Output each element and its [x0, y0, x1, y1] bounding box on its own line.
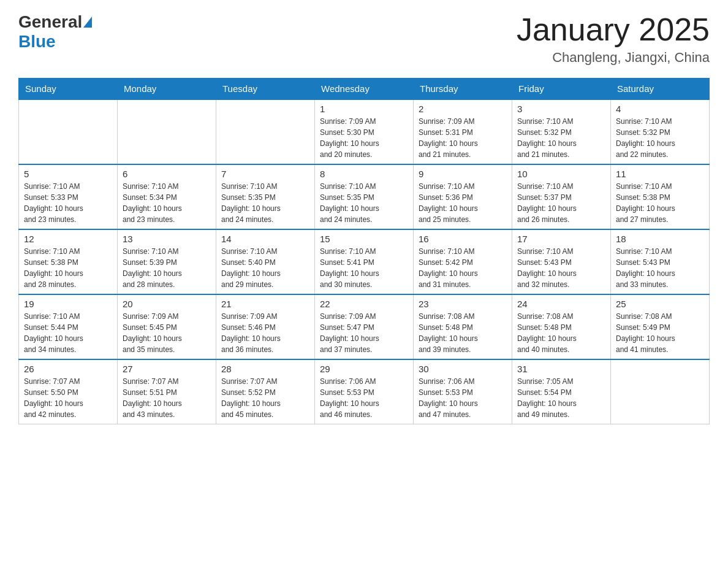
day-number: 6: [123, 169, 211, 179]
calendar-day-header: Tuesday: [216, 79, 315, 100]
day-number: 23: [419, 299, 507, 309]
day-number: 15: [320, 234, 408, 244]
day-number: 13: [123, 234, 211, 244]
day-info: Sunrise: 7:07 AMSunset: 5:51 PMDaylight:…: [123, 376, 211, 420]
calendar-week-row: 1Sunrise: 7:09 AMSunset: 5:30 PMDaylight…: [19, 99, 710, 164]
day-number: 27: [123, 364, 211, 374]
day-info: Sunrise: 7:10 AMSunset: 5:38 PMDaylight:…: [616, 181, 704, 225]
calendar-day-cell: 27Sunrise: 7:07 AMSunset: 5:51 PMDayligh…: [118, 359, 216, 424]
day-info: Sunrise: 7:10 AMSunset: 5:34 PMDaylight:…: [123, 181, 211, 225]
day-number: 8: [320, 169, 408, 179]
calendar-day-cell: 21Sunrise: 7:09 AMSunset: 5:46 PMDayligh…: [216, 294, 315, 359]
calendar-week-row: 26Sunrise: 7:07 AMSunset: 5:50 PMDayligh…: [19, 359, 710, 424]
day-info: Sunrise: 7:09 AMSunset: 5:46 PMDaylight:…: [221, 311, 309, 355]
calendar-day-header: Saturday: [611, 79, 710, 100]
calendar-day-cell: 30Sunrise: 7:06 AMSunset: 5:53 PMDayligh…: [414, 359, 512, 424]
calendar-day-header: Wednesday: [315, 79, 414, 100]
calendar-day-cell: 14Sunrise: 7:10 AMSunset: 5:40 PMDayligh…: [216, 229, 315, 294]
calendar-day-cell: 18Sunrise: 7:10 AMSunset: 5:43 PMDayligh…: [611, 229, 710, 294]
day-number: 25: [616, 299, 704, 309]
calendar-day-cell: 8Sunrise: 7:10 AMSunset: 5:35 PMDaylight…: [315, 164, 414, 229]
day-number: 16: [419, 234, 507, 244]
day-number: 31: [517, 364, 605, 374]
day-number: 4: [616, 104, 704, 114]
day-number: 28: [221, 364, 309, 374]
calendar-day-cell: 15Sunrise: 7:10 AMSunset: 5:41 PMDayligh…: [315, 229, 414, 294]
calendar-day-cell: 24Sunrise: 7:08 AMSunset: 5:48 PMDayligh…: [512, 294, 611, 359]
logo: General Blue: [18, 12, 93, 52]
day-info: Sunrise: 7:10 AMSunset: 5:43 PMDaylight:…: [517, 246, 605, 290]
day-number: 26: [24, 364, 112, 374]
day-number: 5: [24, 169, 112, 179]
day-info: Sunrise: 7:07 AMSunset: 5:52 PMDaylight:…: [221, 376, 309, 420]
calendar-week-row: 19Sunrise: 7:10 AMSunset: 5:44 PMDayligh…: [19, 294, 710, 359]
calendar-day-cell: [19, 99, 118, 164]
day-number: 2: [419, 104, 507, 114]
calendar-day-cell: 9Sunrise: 7:10 AMSunset: 5:36 PMDaylight…: [414, 164, 512, 229]
day-info: Sunrise: 7:08 AMSunset: 5:49 PMDaylight:…: [616, 311, 704, 355]
day-info: Sunrise: 7:10 AMSunset: 5:43 PMDaylight:…: [616, 246, 704, 290]
day-info: Sunrise: 7:10 AMSunset: 5:42 PMDaylight:…: [419, 246, 507, 290]
calendar-day-cell: 23Sunrise: 7:08 AMSunset: 5:48 PMDayligh…: [414, 294, 512, 359]
day-info: Sunrise: 7:10 AMSunset: 5:32 PMDaylight:…: [616, 116, 704, 160]
calendar-day-header: Monday: [118, 79, 216, 100]
calendar-day-cell: 26Sunrise: 7:07 AMSunset: 5:50 PMDayligh…: [19, 359, 118, 424]
calendar-day-header: Friday: [512, 79, 611, 100]
day-info: Sunrise: 7:10 AMSunset: 5:40 PMDaylight:…: [221, 246, 309, 290]
day-number: 30: [419, 364, 507, 374]
day-number: 9: [419, 169, 507, 179]
day-info: Sunrise: 7:10 AMSunset: 5:32 PMDaylight:…: [517, 116, 605, 160]
calendar-table: SundayMondayTuesdayWednesdayThursdayFrid…: [18, 78, 710, 424]
calendar-day-cell: 3Sunrise: 7:10 AMSunset: 5:32 PMDaylight…: [512, 99, 611, 164]
calendar-day-cell: 17Sunrise: 7:10 AMSunset: 5:43 PMDayligh…: [512, 229, 611, 294]
day-info: Sunrise: 7:09 AMSunset: 5:30 PMDaylight:…: [320, 116, 408, 160]
day-info: Sunrise: 7:07 AMSunset: 5:50 PMDaylight:…: [24, 376, 112, 420]
day-info: Sunrise: 7:09 AMSunset: 5:47 PMDaylight:…: [320, 311, 408, 355]
calendar-day-cell: 7Sunrise: 7:10 AMSunset: 5:35 PMDaylight…: [216, 164, 315, 229]
calendar-day-cell: 6Sunrise: 7:10 AMSunset: 5:34 PMDaylight…: [118, 164, 216, 229]
day-info: Sunrise: 7:10 AMSunset: 5:35 PMDaylight:…: [221, 181, 309, 225]
day-number: 11: [616, 169, 704, 179]
day-number: 21: [221, 299, 309, 309]
logo-blue-text: Blue: [18, 32, 56, 51]
day-info: Sunrise: 7:08 AMSunset: 5:48 PMDaylight:…: [517, 311, 605, 355]
day-info: Sunrise: 7:10 AMSunset: 5:41 PMDaylight:…: [320, 246, 408, 290]
calendar-header-row: SundayMondayTuesdayWednesdayThursdayFrid…: [19, 79, 710, 100]
calendar-day-cell: 2Sunrise: 7:09 AMSunset: 5:31 PMDaylight…: [414, 99, 512, 164]
calendar-day-cell: 10Sunrise: 7:10 AMSunset: 5:37 PMDayligh…: [512, 164, 611, 229]
logo-general-text: General: [18, 12, 82, 32]
day-info: Sunrise: 7:06 AMSunset: 5:53 PMDaylight:…: [320, 376, 408, 420]
day-info: Sunrise: 7:09 AMSunset: 5:45 PMDaylight:…: [123, 311, 211, 355]
calendar-day-cell: 13Sunrise: 7:10 AMSunset: 5:39 PMDayligh…: [118, 229, 216, 294]
calendar-day-cell: 29Sunrise: 7:06 AMSunset: 5:53 PMDayligh…: [315, 359, 414, 424]
day-info: Sunrise: 7:10 AMSunset: 5:37 PMDaylight:…: [517, 181, 605, 225]
day-info: Sunrise: 7:10 AMSunset: 5:38 PMDaylight:…: [24, 246, 112, 290]
calendar-day-cell: 1Sunrise: 7:09 AMSunset: 5:30 PMDaylight…: [315, 99, 414, 164]
day-info: Sunrise: 7:10 AMSunset: 5:44 PMDaylight:…: [24, 311, 112, 355]
day-number: 18: [616, 234, 704, 244]
day-info: Sunrise: 7:10 AMSunset: 5:35 PMDaylight:…: [320, 181, 408, 225]
logo-triangle-icon: [83, 17, 92, 28]
calendar-week-row: 5Sunrise: 7:10 AMSunset: 5:33 PMDaylight…: [19, 164, 710, 229]
calendar-week-row: 12Sunrise: 7:10 AMSunset: 5:38 PMDayligh…: [19, 229, 710, 294]
day-number: 14: [221, 234, 309, 244]
day-number: 29: [320, 364, 408, 374]
month-title: January 2025: [517, 12, 710, 47]
calendar-day-cell: 28Sunrise: 7:07 AMSunset: 5:52 PMDayligh…: [216, 359, 315, 424]
calendar-day-cell: [118, 99, 216, 164]
day-info: Sunrise: 7:08 AMSunset: 5:48 PMDaylight:…: [419, 311, 507, 355]
calendar-day-cell: 25Sunrise: 7:08 AMSunset: 5:49 PMDayligh…: [611, 294, 710, 359]
page-header: General Blue January 2025 Changleng, Jia…: [18, 12, 710, 66]
day-info: Sunrise: 7:09 AMSunset: 5:31 PMDaylight:…: [419, 116, 507, 160]
day-number: 24: [517, 299, 605, 309]
calendar-day-cell: 31Sunrise: 7:05 AMSunset: 5:54 PMDayligh…: [512, 359, 611, 424]
calendar-day-cell: [611, 359, 710, 424]
calendar-day-cell: 11Sunrise: 7:10 AMSunset: 5:38 PMDayligh…: [611, 164, 710, 229]
calendar-day-header: Sunday: [19, 79, 118, 100]
calendar-day-cell: 4Sunrise: 7:10 AMSunset: 5:32 PMDaylight…: [611, 99, 710, 164]
day-number: 7: [221, 169, 309, 179]
day-number: 17: [517, 234, 605, 244]
day-number: 20: [123, 299, 211, 309]
day-info: Sunrise: 7:06 AMSunset: 5:53 PMDaylight:…: [419, 376, 507, 420]
calendar-day-header: Thursday: [414, 79, 512, 100]
